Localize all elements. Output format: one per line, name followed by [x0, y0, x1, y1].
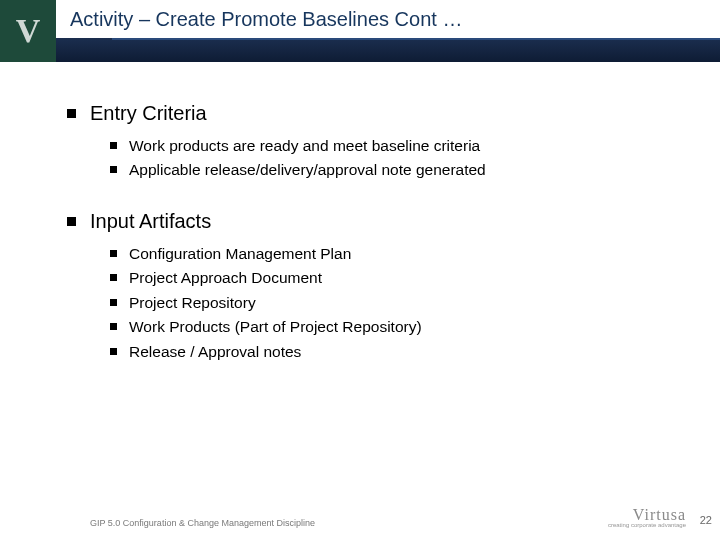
list-item-text: Applicable release/delivery/approval not… — [129, 159, 486, 181]
section-input-artifacts: Input Artifacts Configuration Management… — [90, 210, 660, 363]
list-item-text: Release / Approval notes — [129, 341, 301, 363]
list-item-text: Project Repository — [129, 292, 256, 314]
footer-text: GIP 5.0 Configuration & Change Managemen… — [90, 518, 315, 528]
slide-content: Entry Criteria Work products are ready a… — [0, 62, 720, 411]
list-item: Configuration Management Plan — [110, 243, 660, 265]
footer-tagline: creating corporate advantage — [608, 522, 686, 528]
list-item: Project Approach Document — [110, 267, 660, 289]
section-heading: Entry Criteria — [90, 102, 660, 125]
square-bullet-icon — [67, 217, 76, 226]
square-bullet-icon — [110, 142, 117, 149]
slide-title: Activity – Create Promote Baselines Cont… — [70, 8, 462, 31]
section-heading-text: Entry Criteria — [90, 102, 207, 125]
footer-brand: Virtusa — [633, 506, 686, 523]
footer-logo: Virtusa creating corporate advantage — [608, 506, 686, 528]
square-bullet-icon — [67, 109, 76, 118]
list-item-text: Configuration Management Plan — [129, 243, 351, 265]
list-item-text: Work Products (Part of Project Repositor… — [129, 316, 422, 338]
square-bullet-icon — [110, 250, 117, 257]
list-item: Project Repository — [110, 292, 660, 314]
list-item-text: Work products are ready and meet baselin… — [129, 135, 480, 157]
list-item-text: Project Approach Document — [129, 267, 322, 289]
header-logo: V — [0, 0, 56, 62]
logo-letter: V — [16, 14, 41, 48]
title-zone: Activity – Create Promote Baselines Cont… — [56, 0, 720, 62]
list-item: Work products are ready and meet baselin… — [110, 135, 660, 157]
list-item: Release / Approval notes — [110, 341, 660, 363]
square-bullet-icon — [110, 348, 117, 355]
square-bullet-icon — [110, 166, 117, 173]
square-bullet-icon — [110, 274, 117, 281]
square-bullet-icon — [110, 323, 117, 330]
section-list: Configuration Management Plan Project Ap… — [90, 243, 660, 363]
title-bar: Activity – Create Promote Baselines Cont… — [56, 0, 720, 38]
section-entry-criteria: Entry Criteria Work products are ready a… — [90, 102, 660, 182]
section-heading-text: Input Artifacts — [90, 210, 211, 233]
title-band — [56, 38, 720, 62]
slide-footer: GIP 5.0 Configuration & Change Managemen… — [0, 506, 720, 528]
section-heading: Input Artifacts — [90, 210, 660, 233]
title-rule — [112, 38, 720, 40]
list-item: Work Products (Part of Project Repositor… — [110, 316, 660, 338]
square-bullet-icon — [110, 299, 117, 306]
page-number: 22 — [700, 514, 712, 526]
list-item: Applicable release/delivery/approval not… — [110, 159, 660, 181]
slide-header: V Activity – Create Promote Baselines Co… — [0, 0, 720, 62]
section-list: Work products are ready and meet baselin… — [90, 135, 660, 182]
